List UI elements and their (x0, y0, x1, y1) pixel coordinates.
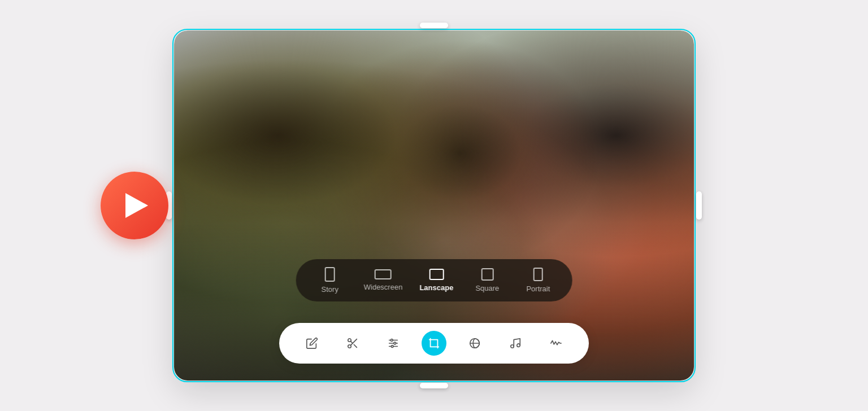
resize-handle-top[interactable] (420, 23, 448, 28)
format-item-square[interactable]: Square (470, 268, 504, 292)
format-item-portrait[interactable]: Portrait (521, 268, 555, 293)
analytics-tool-button[interactable] (544, 331, 568, 356)
portrait-label: Portrait (526, 285, 550, 293)
youtube-play-icon (125, 193, 148, 218)
resize-handle-bottom[interactable] (420, 383, 448, 388)
square-label: Square (475, 284, 499, 292)
landscape-icon (429, 269, 444, 280)
crop-tool-button[interactable] (422, 331, 446, 356)
overlay-icon (468, 337, 481, 349)
overlay-tool-button[interactable] (462, 331, 487, 356)
square-icon (481, 268, 493, 281)
svg-point-10 (391, 346, 393, 348)
format-item-landscape[interactable]: Lanscape (419, 269, 453, 292)
svg-line-3 (354, 344, 357, 347)
landscape-label: Lanscape (419, 283, 453, 292)
photo-background: Story Widescreen Lanscape Square Portrai (174, 30, 694, 381)
format-item-widescreen[interactable]: Widescreen (364, 269, 403, 291)
main-card: Story Widescreen Lanscape Square Portrai (174, 30, 694, 381)
adjust-tool-button[interactable] (381, 331, 406, 356)
youtube-icon[interactable] (101, 172, 168, 239)
svg-line-4 (350, 341, 353, 343)
widescreen-icon (375, 269, 392, 279)
format-bar: Story Widescreen Lanscape Square Portrai (296, 259, 572, 301)
scissors-icon (346, 337, 359, 349)
portrait-icon (533, 268, 543, 281)
svg-point-13 (511, 345, 514, 348)
svg-point-8 (390, 339, 393, 342)
music-tool-button[interactable] (503, 331, 528, 356)
story-label: Story (322, 285, 338, 294)
crop-icon (428, 337, 440, 349)
waveform-icon (550, 337, 562, 349)
story-icon (325, 267, 335, 282)
tools-bar (279, 323, 589, 364)
resize-handle-right[interactable] (696, 191, 702, 220)
sliders-icon (387, 337, 400, 349)
edit-tool-button[interactable] (300, 331, 324, 356)
widescreen-label: Widescreen (364, 283, 403, 291)
pencil-icon (306, 337, 318, 349)
music-icon (509, 337, 522, 349)
cut-tool-button[interactable] (340, 331, 365, 356)
scene: Story Widescreen Lanscape Square Portrai (95, 14, 773, 397)
format-item-story[interactable]: Story (313, 267, 347, 294)
svg-point-9 (394, 342, 396, 344)
